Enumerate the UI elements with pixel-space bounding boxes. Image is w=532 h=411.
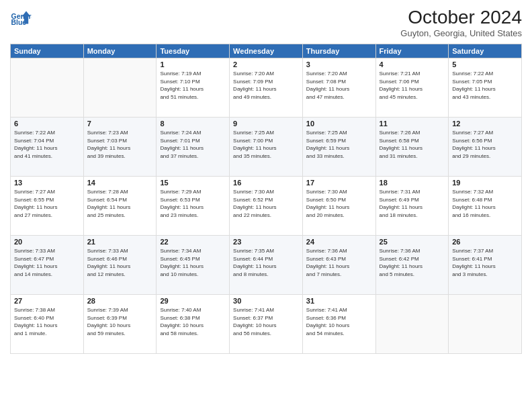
day-number: 12	[452, 120, 518, 128]
calendar-cell: 9Sunrise: 7:25 AM Sunset: 7:00 PM Daylig…	[230, 118, 303, 177]
calendar-cell: 1Sunrise: 7:19 AM Sunset: 7:10 PM Daylig…	[157, 58, 230, 118]
calendar-cell: 22Sunrise: 7:34 AM Sunset: 6:45 PM Dayli…	[157, 236, 230, 295]
day-info: Sunrise: 7:36 AM Sunset: 6:42 PM Dayligh…	[380, 247, 445, 278]
day-info: Sunrise: 7:35 AM Sunset: 6:44 PM Dayligh…	[233, 247, 299, 278]
day-number: 28	[87, 297, 153, 305]
col-friday: Friday	[375, 44, 449, 58]
day-info: Sunrise: 7:31 AM Sunset: 6:49 PM Dayligh…	[380, 188, 445, 219]
day-info: Sunrise: 7:30 AM Sunset: 6:50 PM Dayligh…	[306, 188, 372, 219]
calendar-cell: 21Sunrise: 7:33 AM Sunset: 6:46 PM Dayli…	[83, 236, 157, 295]
calendar-cell: 3Sunrise: 7:20 AM Sunset: 7:08 PM Daylig…	[302, 58, 375, 118]
day-info: Sunrise: 7:38 AM Sunset: 6:40 PM Dayligh…	[14, 306, 80, 337]
day-info: Sunrise: 7:28 AM Sunset: 6:54 PM Dayligh…	[87, 188, 153, 219]
calendar-cell: 19Sunrise: 7:32 AM Sunset: 6:48 PM Dayli…	[449, 177, 522, 236]
calendar-cell	[11, 58, 84, 118]
calendar-cell: 2Sunrise: 7:20 AM Sunset: 7:09 PM Daylig…	[230, 58, 303, 118]
day-info: Sunrise: 7:29 AM Sunset: 6:53 PM Dayligh…	[160, 188, 226, 219]
calendar-cell: 31Sunrise: 7:41 AM Sunset: 6:36 PM Dayli…	[302, 295, 375, 354]
week-row-1: 1Sunrise: 7:19 AM Sunset: 7:10 PM Daylig…	[11, 58, 522, 118]
week-row-3: 13Sunrise: 7:27 AM Sunset: 6:55 PM Dayli…	[11, 177, 522, 236]
day-number: 21	[87, 238, 153, 246]
day-info: Sunrise: 7:20 AM Sunset: 7:09 PM Dayligh…	[233, 70, 299, 101]
day-number: 4	[380, 60, 445, 68]
day-info: Sunrise: 7:34 AM Sunset: 6:45 PM Dayligh…	[160, 247, 226, 278]
day-number: 26	[452, 238, 518, 246]
day-info: Sunrise: 7:20 AM Sunset: 7:08 PM Dayligh…	[306, 70, 372, 101]
day-number: 2	[233, 60, 299, 68]
col-sunday: Sunday	[11, 44, 84, 58]
day-number: 30	[233, 297, 299, 305]
day-number: 20	[14, 238, 80, 246]
day-info: Sunrise: 7:19 AM Sunset: 7:10 PM Dayligh…	[160, 70, 226, 101]
day-info: Sunrise: 7:30 AM Sunset: 6:52 PM Dayligh…	[233, 188, 299, 219]
day-number: 19	[452, 179, 518, 187]
day-info: Sunrise: 7:22 AM Sunset: 7:04 PM Dayligh…	[14, 129, 80, 160]
col-thursday: Thursday	[302, 44, 375, 58]
calendar-cell: 20Sunrise: 7:33 AM Sunset: 6:47 PM Dayli…	[11, 236, 84, 295]
day-number: 29	[160, 297, 226, 305]
calendar-cell	[375, 295, 449, 354]
subtitle: Guyton, Georgia, United States	[400, 28, 522, 38]
calendar-cell: 13Sunrise: 7:27 AM Sunset: 6:55 PM Dayli…	[11, 177, 84, 236]
day-info: Sunrise: 7:39 AM Sunset: 6:39 PM Dayligh…	[87, 306, 153, 337]
day-info: Sunrise: 7:33 AM Sunset: 6:47 PM Dayligh…	[14, 247, 80, 278]
day-number: 25	[380, 238, 445, 246]
page: General Blue October 2024 Guyton, Georgi…	[0, 0, 532, 411]
day-info: Sunrise: 7:32 AM Sunset: 6:48 PM Dayligh…	[452, 188, 518, 219]
day-info: Sunrise: 7:36 AM Sunset: 6:43 PM Dayligh…	[306, 247, 372, 278]
col-tuesday: Tuesday	[157, 44, 230, 58]
day-number: 5	[452, 60, 518, 68]
calendar-cell: 4Sunrise: 7:21 AM Sunset: 7:06 PM Daylig…	[375, 58, 449, 118]
col-monday: Monday	[83, 44, 157, 58]
col-wednesday: Wednesday	[230, 44, 303, 58]
day-info: Sunrise: 7:21 AM Sunset: 7:06 PM Dayligh…	[380, 70, 445, 101]
week-row-4: 20Sunrise: 7:33 AM Sunset: 6:47 PM Dayli…	[11, 236, 522, 295]
calendar-cell: 30Sunrise: 7:41 AM Sunset: 6:37 PM Dayli…	[230, 295, 303, 354]
calendar-cell: 29Sunrise: 7:40 AM Sunset: 6:38 PM Dayli…	[157, 295, 230, 354]
day-number: 24	[306, 238, 372, 246]
day-number: 16	[233, 179, 299, 187]
day-number: 17	[306, 179, 372, 187]
day-info: Sunrise: 7:25 AM Sunset: 6:59 PM Dayligh…	[306, 129, 372, 160]
calendar-cell	[83, 58, 157, 118]
day-number: 6	[14, 120, 80, 128]
day-number: 7	[87, 120, 153, 128]
week-row-5: 27Sunrise: 7:38 AM Sunset: 6:40 PM Dayli…	[11, 295, 522, 354]
day-info: Sunrise: 7:22 AM Sunset: 7:05 PM Dayligh…	[452, 70, 518, 101]
day-number: 13	[14, 179, 80, 187]
day-number: 11	[380, 120, 445, 128]
calendar-cell	[449, 295, 522, 354]
day-number: 8	[160, 120, 226, 128]
calendar-cell: 14Sunrise: 7:28 AM Sunset: 6:54 PM Dayli…	[83, 177, 157, 236]
calendar-cell: 12Sunrise: 7:27 AM Sunset: 6:56 PM Dayli…	[449, 118, 522, 177]
day-number: 14	[87, 179, 153, 187]
calendar-cell: 27Sunrise: 7:38 AM Sunset: 6:40 PM Dayli…	[11, 295, 84, 354]
calendar-cell: 15Sunrise: 7:29 AM Sunset: 6:53 PM Dayli…	[157, 177, 230, 236]
day-number: 1	[160, 60, 226, 68]
day-number: 23	[233, 238, 299, 246]
header-row: Sunday Monday Tuesday Wednesday Thursday…	[11, 44, 522, 58]
title-block: October 2024 Guyton, Georgia, United Sta…	[400, 7, 522, 38]
day-info: Sunrise: 7:33 AM Sunset: 6:46 PM Dayligh…	[87, 247, 153, 278]
day-number: 15	[160, 179, 226, 187]
calendar-cell: 16Sunrise: 7:30 AM Sunset: 6:52 PM Dayli…	[230, 177, 303, 236]
week-row-2: 6Sunrise: 7:22 AM Sunset: 7:04 PM Daylig…	[11, 118, 522, 177]
day-info: Sunrise: 7:27 AM Sunset: 6:55 PM Dayligh…	[14, 188, 80, 219]
day-number: 27	[14, 297, 80, 305]
calendar-cell: 18Sunrise: 7:31 AM Sunset: 6:49 PM Dayli…	[375, 177, 449, 236]
calendar-cell: 25Sunrise: 7:36 AM Sunset: 6:42 PM Dayli…	[375, 236, 449, 295]
day-info: Sunrise: 7:40 AM Sunset: 6:38 PM Dayligh…	[160, 306, 226, 337]
logo-icon: General Blue	[10, 7, 32, 28]
day-info: Sunrise: 7:25 AM Sunset: 7:00 PM Dayligh…	[233, 129, 299, 160]
col-saturday: Saturday	[449, 44, 522, 58]
day-info: Sunrise: 7:24 AM Sunset: 7:01 PM Dayligh…	[160, 129, 226, 160]
calendar-cell: 6Sunrise: 7:22 AM Sunset: 7:04 PM Daylig…	[11, 118, 84, 177]
day-number: 3	[306, 60, 372, 68]
calendar-cell: 28Sunrise: 7:39 AM Sunset: 6:39 PM Dayli…	[83, 295, 157, 354]
calendar-cell: 11Sunrise: 7:26 AM Sunset: 6:58 PM Dayli…	[375, 118, 449, 177]
logo: General Blue	[10, 7, 32, 28]
calendar-cell: 17Sunrise: 7:30 AM Sunset: 6:50 PM Dayli…	[302, 177, 375, 236]
header: General Blue October 2024 Guyton, Georgi…	[10, 7, 522, 38]
day-info: Sunrise: 7:41 AM Sunset: 6:36 PM Dayligh…	[306, 306, 372, 337]
day-info: Sunrise: 7:41 AM Sunset: 6:37 PM Dayligh…	[233, 306, 299, 337]
